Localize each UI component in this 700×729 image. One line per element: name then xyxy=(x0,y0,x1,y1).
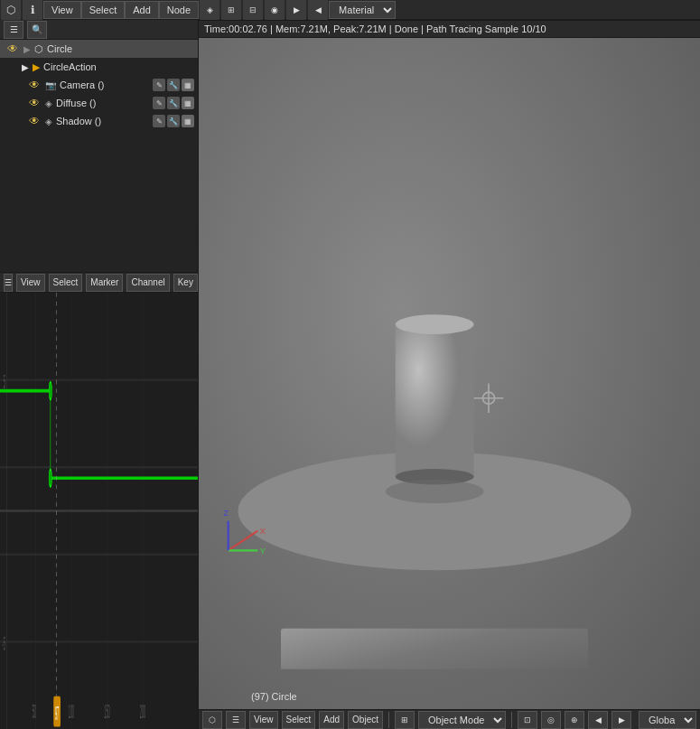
graph-channel-menu[interactable]: Channel xyxy=(126,274,169,292)
bottom-bar: ⬡ ☰ View Select Add Object ⊞ Object Mode… xyxy=(199,709,700,729)
eye-icon-diffuse[interactable]: 👁 xyxy=(29,97,40,109)
svg-text:-5: -5 xyxy=(3,633,6,655)
graph-view-menu[interactable]: View xyxy=(16,274,45,292)
eye-icon-shadow[interactable]: 👁 xyxy=(29,115,40,127)
graph-editor-panel: ☰ View Select Marker Channel Key F-Curve… xyxy=(0,273,198,729)
circle-label: Circle xyxy=(47,43,72,54)
toolbar-icon6[interactable]: ◀ xyxy=(308,0,328,20)
blender-icon[interactable]: ⬡ xyxy=(1,0,21,20)
top-bar: ⬡ ℹ View Select Add Node ◈ ⊞ ⊟ ◉ ▶ ◀ Mat… xyxy=(0,0,700,20)
svg-text:100: 100 xyxy=(69,700,75,722)
bottom-sep2 xyxy=(511,712,512,728)
info-icon[interactable]: ℹ xyxy=(23,0,42,20)
bottom-view-btn[interactable]: View xyxy=(249,711,278,729)
graph-marker-menu[interactable]: Marker xyxy=(86,274,123,292)
outliner-search-btn[interactable]: 🔍 xyxy=(27,21,47,39)
svg-text:Y: Y xyxy=(259,546,266,556)
bottom-object-btn[interactable]: Object xyxy=(348,711,383,729)
camera-label: Camera () xyxy=(60,79,105,90)
outliner-item-shadow[interactable]: 👁 ◈ Shadow () ✎ 🔧 ▦ xyxy=(0,112,198,130)
bottom-mode-select[interactable]: Object Mode xyxy=(418,711,506,729)
toolbar-icon3[interactable]: ⊟ xyxy=(243,0,263,20)
camera-icons: ✎ 🔧 ▦ xyxy=(153,79,198,91)
diffuse-icon-btn1[interactable]: ✎ xyxy=(153,97,165,109)
toolbar-icon2[interactable]: ⊞ xyxy=(221,0,241,20)
bottom-snap-icon[interactable]: ⊡ xyxy=(518,711,537,729)
svg-text:150: 150 xyxy=(104,700,110,722)
bottom-sep1 xyxy=(388,712,389,728)
diffuse-icon-btn2[interactable]: 🔧 xyxy=(167,97,180,109)
content-area: ☰ 🔍 👁 ▶ ⬡ Circle ▶ ▶ CircleAction xyxy=(0,20,700,729)
viewport-content[interactable]: X Y Z (97) Circle xyxy=(199,38,700,709)
bottom-transform-icon[interactable]: ⊕ xyxy=(565,711,584,729)
diffuse-label: Diffuse () xyxy=(56,98,96,108)
camera-icon-btn1[interactable]: ✎ xyxy=(153,79,165,91)
shadow-icon-btn1[interactable]: ✎ xyxy=(153,115,165,127)
bottom-shading-icon1[interactable]: ◀ xyxy=(588,711,608,729)
bottom-icon1[interactable]: ⬡ xyxy=(202,711,222,729)
svg-text:50: 50 xyxy=(33,700,36,722)
toolbar-icon5[interactable]: ▶ xyxy=(286,0,306,20)
svg-line-30 xyxy=(229,531,258,551)
bottom-icon2[interactable]: ☰ xyxy=(226,711,246,729)
status-text: Time:00:02.76 | Mem:7.21M, Peak:7.21M | … xyxy=(204,23,546,34)
svg-point-26 xyxy=(386,480,484,503)
graph-svg: 97 50 100 150 200 5 -5 xyxy=(0,293,198,729)
outliner: ☰ 🔍 👁 ▶ ⬡ Circle ▶ ▶ CircleAction xyxy=(0,20,198,273)
frame-label: (97) Circle xyxy=(251,691,297,702)
shadow-icon-btn3[interactable]: ▦ xyxy=(182,115,194,127)
outliner-item-circle[interactable]: 👁 ▶ ⬡ Circle xyxy=(0,40,198,58)
shadow-icons: ✎ 🔧 ▦ xyxy=(153,115,198,127)
add-menu[interactable]: Add xyxy=(125,1,159,19)
graph-view-btn[interactable]: ☰ xyxy=(4,274,13,292)
bottom-select-btn[interactable]: Select xyxy=(282,711,316,729)
eye-icon-circle[interactable]: 👁 xyxy=(7,42,18,55)
svg-text:Z: Z xyxy=(223,508,229,518)
toolbar-icon4[interactable]: ◉ xyxy=(265,0,285,20)
graph-area[interactable]: 97 50 100 150 200 5 -5 xyxy=(0,293,198,729)
svg-point-24 xyxy=(396,314,474,334)
svg-point-19 xyxy=(49,382,51,399)
left-panel: ☰ 🔍 👁 ▶ ⬡ Circle ▶ ▶ CircleAction xyxy=(0,20,199,729)
camera-icon-btn3[interactable]: ▦ xyxy=(182,79,194,91)
graph-select-menu[interactable]: Select xyxy=(49,274,83,292)
outliner-item-diffuse[interactable]: 👁 ◈ Diffuse () ✎ 🔧 ▦ xyxy=(0,94,198,112)
circleaction-label: CircleAction xyxy=(43,61,97,72)
camera-icon-btn2[interactable]: 🔧 xyxy=(167,79,180,91)
diffuse-icons: ✎ 🔧 ▦ xyxy=(153,97,198,109)
bottom-global-select[interactable]: Globa xyxy=(639,711,696,729)
bottom-mode-icon[interactable]: ⊞ xyxy=(395,711,415,729)
svg-point-20 xyxy=(49,470,51,487)
outliner-view-btn[interactable]: ☰ xyxy=(4,21,23,39)
svg-rect-23 xyxy=(396,324,474,477)
center-area: Time:00:02.76 | Mem:7.21M, Peak:7.21M | … xyxy=(199,20,700,729)
view-menu[interactable]: View xyxy=(43,1,81,19)
svg-text:200: 200 xyxy=(140,700,146,722)
outliner-header: ☰ 🔍 xyxy=(0,20,198,40)
svg-text:5: 5 xyxy=(4,371,5,393)
select-menu[interactable]: Select xyxy=(81,1,126,19)
shadow-icon-btn2[interactable]: 🔧 xyxy=(167,115,180,127)
toolbar-icon1[interactable]: ◈ xyxy=(200,0,219,20)
scene-svg: X Y Z xyxy=(199,38,700,709)
graph-key-menu[interactable]: Key xyxy=(173,274,198,292)
eye-icon-camera[interactable]: 👁 xyxy=(29,79,40,91)
main-layout: ⬡ ℹ View Select Add Node ◈ ⊞ ⊟ ◉ ▶ ◀ Mat… xyxy=(0,0,700,729)
diffuse-icon-btn3[interactable]: ▦ xyxy=(182,97,194,109)
mode-select[interactable]: Material xyxy=(329,1,396,19)
node-menu[interactable]: Node xyxy=(159,1,199,19)
svg-text:X: X xyxy=(259,526,266,536)
bottom-pivot-icon[interactable]: ◎ xyxy=(541,711,561,729)
svg-text:97: 97 xyxy=(55,703,59,724)
viewport-status: Time:00:02.76 | Mem:7.21M, Peak:7.21M | … xyxy=(199,20,700,38)
outliner-item-camera[interactable]: 👁 📷 Camera () ✎ 🔧 ▦ xyxy=(0,76,198,94)
bottom-add-btn[interactable]: Add xyxy=(319,711,344,729)
outliner-item-circleaction[interactable]: ▶ ▶ CircleAction xyxy=(0,58,198,76)
bottom-shading-icon2[interactable]: ▶ xyxy=(611,711,631,729)
graph-header: ☰ View Select Marker Channel Key F-Curve… xyxy=(0,273,198,293)
shadow-label: Shadow () xyxy=(56,116,101,126)
